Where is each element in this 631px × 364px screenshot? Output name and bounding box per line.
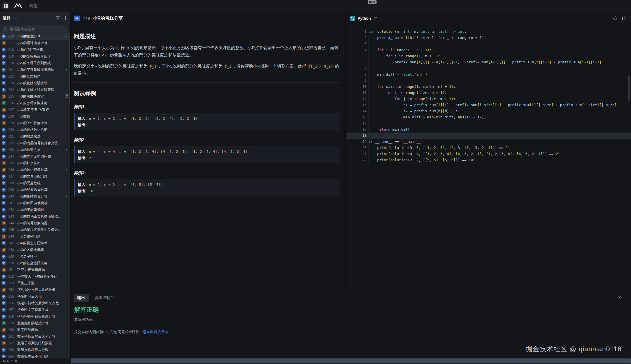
- problem-list-item[interactable]: 中257折叠回文字符串生成: [0, 306, 70, 313]
- code-line[interactable]: 22 print(solution(2, 2, [[5, 5], [5, 5]]…: [346, 157, 631, 163]
- code-line[interactable]: 19if __name__ == '__main__':: [346, 139, 631, 145]
- problem-list-item[interactable]: 中253平衡三个数: [0, 280, 70, 286]
- note-icon: [64, 94, 69, 99]
- problem-list-item[interactable]: 难244小U的问号替换问题: [0, 220, 70, 226]
- problem-list-item[interactable]: 中242小U的美丽串编辑: [0, 206, 70, 213]
- problem-title: 小R的蛋糕分享: [17, 34, 64, 39]
- reset-code-icon[interactable]: [613, 16, 617, 21]
- feedback-link[interactable]: 请点此链接反馈: [143, 330, 168, 334]
- problem-list-item[interactable]: 中239小U的早餐选择计算: [0, 186, 70, 193]
- code-line[interactable]: 3: [346, 41, 631, 47]
- problem-list-item[interactable]: 难235小U的好字符串: [0, 160, 70, 166]
- problem-list-item[interactable]: 易226小T的密码变换规则: [0, 100, 70, 106]
- close-panel-icon[interactable]: ×: [618, 295, 621, 300]
- code-line[interactable]: 17 return min_diff: [346, 126, 631, 133]
- code-line[interactable]: 15 min_diff = min(min_diff, abs(s1 - s2)…: [346, 114, 631, 120]
- problem-list-item[interactable]: 难246小U走排列问题: [0, 233, 70, 240]
- problem-list-item[interactable]: 难248小X的区间或值和: [0, 246, 70, 253]
- problem-list-item[interactable]: 中247小X的勇士打怪游戏: [0, 240, 70, 246]
- search-box[interactable]: [1, 25, 68, 33]
- problem-list-item[interactable]: 中230小U的严格数组判断: [0, 126, 70, 133]
- problem-list-item[interactable]: 中258括号字符串最短长度计算: [0, 313, 70, 320]
- code-line[interactable]: 6 prefix_sum[i][j] = a[i-1][j-1] + prefi…: [346, 59, 631, 65]
- problem-list-item[interactable]: 难227小U和字符`R`的喜好: [0, 106, 70, 113]
- inline-code: |s_1 - s_2|: [307, 64, 334, 68]
- problem-list-item[interactable]: 难236小U的数组权值计算✓: [0, 166, 70, 173]
- code-line[interactable]: 18: [346, 133, 631, 139]
- problem-list-item[interactable]: 中241小U的种田游戏挑战: [0, 200, 70, 206]
- add-problem-button[interactable]: [64, 16, 68, 20]
- problem-list-item[interactable]: 中222小S的菜式制作: [0, 73, 70, 80]
- problem-list-item[interactable]: 中224小S的飞机大战游戏策略: [0, 86, 70, 93]
- difficulty-badge: 难: [2, 328, 6, 332]
- code-line[interactable]: 11 for i in range(size, n + 1):: [346, 90, 631, 96]
- language-switch-icon[interactable]: [373, 17, 377, 20]
- sidebar-toggle-button[interactable]: [2, 2, 9, 9]
- horizontal-scrollbar[interactable]: [71, 358, 631, 363]
- tab-output[interactable]: 输出: [74, 294, 89, 302]
- problem-list-item[interactable]: 中252平均数大于k的最长子序列: [0, 273, 70, 280]
- problem-list-item[interactable]: 中245小U的餐厅客流量中位值计…: [0, 226, 70, 233]
- problem-list-item[interactable]: 中249小X走字符串: [0, 253, 70, 260]
- problem-number: 220: [8, 61, 16, 65]
- code-line[interactable]: 20 print(solution(3, 3, [[1, 2, 3], [2, …: [346, 145, 631, 151]
- problem-list-item[interactable]: 中228小U数数: [0, 113, 70, 120]
- code-line[interactable]: 5 for j in range(1, m + 1):: [346, 53, 631, 59]
- problem-list-item[interactable]: 难262数组子序列的排列数量: [0, 340, 70, 346]
- problem-list-item[interactable]: 中219小S的坐标系菱形统计: [0, 53, 70, 60]
- code-line[interactable]: 13 s1 = prefix_sum[i][j] - prefix_sum[i-…: [346, 102, 631, 108]
- code-line[interactable]: 10 for size in range(1, min(n, m) + 1):: [346, 84, 631, 90]
- problem-list-item[interactable]: 中250小Y的基金选择策略: [0, 260, 70, 266]
- problem-list-item[interactable]: 难229小U的`chi`权值计算: [0, 120, 70, 126]
- code-line[interactable]: 16: [346, 120, 631, 126]
- problem-number: 216: [8, 34, 16, 38]
- code-line[interactable]: 14 s2 = prefix_sum[n][m] - s1: [346, 108, 631, 114]
- editor-scrollbar[interactable]: [628, 76, 630, 101]
- problem-list-item[interactable]: 难254序列划分与最大化函数值: [0, 286, 70, 293]
- problem-list-item[interactable]: 中263数组操作和最大分数: [0, 346, 70, 353]
- problem-list-item[interactable]: 中256快递中转站的最少出车次数: [0, 300, 70, 306]
- tab-debug-console[interactable]: 调试控制台: [91, 294, 118, 302]
- problem-list-item[interactable]: 难251巧克力板选择问题: [0, 266, 70, 273]
- problem-list-item[interactable]: 中261数字替换后的最大和计算: [0, 333, 70, 340]
- app-logo[interactable]: [14, 3, 22, 9]
- filter-button[interactable]: [56, 16, 60, 20]
- code-line[interactable]: 21 print(solution(4, 4, [[1, 2, 3, 4], […: [346, 151, 631, 157]
- problem-list-item[interactable]: 中240小U的矩阵转置计算✓: [0, 193, 70, 200]
- problem-list-item[interactable]: 中233小U的地砖之旅✓: [0, 146, 70, 153]
- text-run: 我们定义小R吃到的部分的美味度之和为: [74, 64, 149, 68]
- problem-list-item[interactable]: 中237小U的文具匹配问题: [0, 173, 70, 180]
- problem-list-item[interactable]: 中243小U的自动贩卖机硬币赚取…: [0, 213, 70, 220]
- problem-list-item[interactable]: 中234小U的奖学金申请问题: [0, 153, 70, 160]
- code-line[interactable]: 2 prefix_sum = [[0] * (m + 1) for _ in r…: [346, 35, 631, 41]
- search-input[interactable]: [9, 27, 60, 31]
- code-line[interactable]: 1def solution(n: int, m: int, a: list) -…: [346, 29, 631, 35]
- sidebar-scrollbar[interactable]: [69, 33, 70, 103]
- problem-list-item[interactable]: 中255快乐时间最大化: [0, 293, 70, 300]
- layout-split-icon[interactable]: [622, 16, 627, 21]
- problem-list-item[interactable]: 中223小S的超辣火锅挑战: [0, 80, 70, 86]
- code-line[interactable]: 12 for j in range(size, m + 1):: [346, 96, 631, 102]
- problem-list-item[interactable]: 中231小U的加法魔法: [0, 133, 70, 140]
- problem-list-item[interactable]: 中221小S的字符串解压缩问题✓: [0, 66, 70, 73]
- code-line[interactable]: 8 min_diff = float('inf'): [346, 71, 631, 78]
- problem-list-item[interactable]: 中218小S的`01`问号串: [0, 46, 70, 53]
- problem-list-item[interactable]: 中216小R的蛋糕分享✓: [0, 33, 70, 40]
- problem-list-item[interactable]: 中232小U的商品编号特殊含义统…: [0, 140, 70, 146]
- problem-list-item[interactable]: 中264数组极差最小化问题: [0, 353, 70, 358]
- problem-list-item[interactable]: 易259数值操作的期望计算: [0, 320, 70, 326]
- code-editor[interactable]: 1def solution(n: int, m: int, a: list) -…: [346, 29, 631, 163]
- problem-number: 253: [8, 281, 16, 285]
- problem-list-item[interactable]: 中220小S的字母子序列挑战: [0, 60, 70, 66]
- problem-list-item[interactable]: 中238小U的无趣数组: [0, 180, 70, 186]
- problem-title: 小S的黑白块迷宫: [17, 94, 64, 99]
- result-message: 恭喜成功通过: [74, 317, 631, 322]
- problem-list-item[interactable]: 难225小S的黑白块迷宫: [0, 93, 70, 100]
- code-line[interactable]: 9: [346, 78, 631, 84]
- problem-list-item[interactable]: 难217小R的雪球滚落计算: [0, 40, 70, 46]
- problem-number: 223: [8, 81, 16, 85]
- problems-indicator[interactable]: ⊗ 0 ⚠ 0: [3, 358, 17, 364]
- problem-list-item[interactable]: 难260数字匹配问题: [0, 326, 70, 333]
- code-line[interactable]: 4 for i in range(1, n + 1):: [346, 47, 631, 53]
- code-line[interactable]: 7: [346, 65, 631, 71]
